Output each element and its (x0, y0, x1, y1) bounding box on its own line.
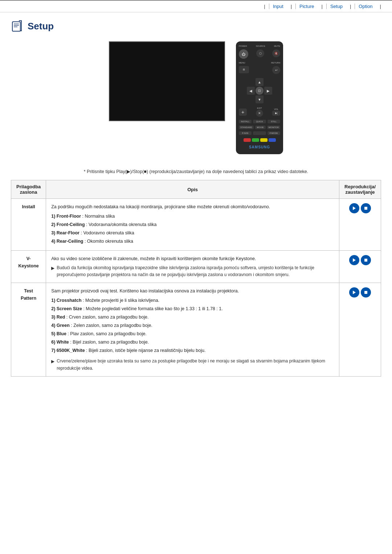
list-item: 5) Blue : Plav zaslon, samo za prilagodb… (51, 330, 334, 337)
svg-marker-4 (353, 206, 356, 210)
list-item: 3) Rear-Floor : Vodoravno okrenuta slika (51, 229, 334, 237)
remote-menu-label: MENU (239, 62, 245, 64)
svg-rect-7 (364, 259, 367, 262)
remote-pmode-btn: P.MODE (268, 131, 280, 135)
list-item: 1) Front-Floor : Normalna slika (51, 213, 334, 220)
remote-func-row3: P.SIZE P.MODE (239, 131, 280, 135)
vkeystone-note-text: Budući da funkcija okomitog ispravljanja… (57, 264, 334, 278)
arrow-icon: ▶ (51, 265, 54, 272)
page-header: Setup (11, 20, 381, 33)
remote-func-row1: INSTALL QUICK STILL (239, 120, 280, 123)
nav-pipe: | (318, 4, 326, 9)
testpattern-desc: Sam projektor proizvodi ovaj test. Koriš… (46, 283, 339, 376)
vkeystone-play (339, 251, 381, 283)
nav-input[interactable]: Input (269, 4, 287, 9)
remote-exit-label: EXIT (257, 107, 262, 109)
remote-power-label: POWER (239, 45, 247, 47)
arrow-icon: ▶ (51, 358, 54, 365)
stop-icon (361, 255, 371, 265)
svg-marker-8 (353, 291, 356, 294)
nav-pipe: | (260, 4, 269, 9)
remote-samsung-logo: SAMSUNG (249, 145, 270, 149)
list-item: 4) Green : Zelen zaslon, samo za prilago… (51, 322, 334, 329)
remote-up-btn: ▲ (256, 78, 264, 86)
remote-monitor-btn: MONITOR (267, 126, 280, 129)
remote-movie-btn: MOVIE (255, 126, 266, 129)
play-icon (349, 255, 359, 265)
remote-blank-btn (253, 131, 266, 135)
nav-setup[interactable]: Setup (326, 4, 346, 9)
remote-psize-btn: P.SIZE (239, 131, 252, 135)
install-intro: Za podršku mogućih nedostataka na lokaci… (51, 203, 334, 210)
header-label: Prilagodba zaslona (11, 180, 46, 199)
remote-power-btn: ⏻ (239, 49, 248, 59)
header-desc: Opis (46, 180, 339, 199)
install-desc: Za podršku mogućih nedostataka na lokaci… (46, 199, 339, 251)
nav-picture[interactable]: Picture (295, 4, 318, 9)
svg-rect-5 (364, 207, 367, 210)
testpattern-label: Test Pattern (11, 283, 46, 376)
testpattern-play (339, 283, 381, 376)
remote-exit-btn: ✕ (256, 110, 263, 117)
install-play (339, 199, 381, 251)
remote-quick-btn: QUICK (253, 120, 266, 123)
top-navigation: | Input | Picture | Setup | Option | (0, 0, 392, 12)
list-item: 1) Crosshatch : Možete provjeriti je li … (51, 297, 334, 304)
table-header-row: Prilagodba zaslona Opis Reprodukcija/ za… (11, 180, 381, 199)
list-item: 7) 6500K_White : Bijeli zaslon, ističe b… (51, 347, 334, 354)
list-item: 4) Rear-Ceiling : Okomito okrenuta slika (51, 238, 334, 245)
remote-control-image: POWER SOURCE MUTE ⏻ ⬡ 🔇 MENU RETURN ⊞ ↩ (236, 41, 283, 154)
remote-left-btn: ◀ (247, 87, 255, 95)
remote-color-row (239, 138, 280, 142)
remote-red-btn (244, 138, 251, 142)
stop-icon (361, 287, 371, 297)
table-row-vkeystone: V-Keystone Ako su video scene izobličene… (11, 251, 381, 283)
remote-right-btn: ▶ (264, 87, 272, 95)
nav-pipe: | (287, 4, 295, 9)
vkeystone-note: ▶ Budući da funkcija okomitog ispravljan… (51, 264, 334, 278)
list-item: 2) Front-Ceiling : Vodoravna/okomita okr… (51, 221, 334, 228)
remote-func-row2: STANDARD MOVIE MONITOR (239, 126, 280, 129)
remote-still-btn: STILL (268, 120, 280, 123)
list-item: 3) Red : Crven zaslon, samo za prilagodb… (51, 313, 334, 321)
remote-ok-btn: ⊡ (256, 87, 264, 95)
remote-plus-btn: + (239, 108, 247, 116)
remote-source-label: SOURCE (256, 45, 265, 47)
play-stop-icons (344, 255, 376, 265)
remote-return-label: RETURN (271, 62, 280, 64)
product-image-area: POWER SOURCE MUTE ⏻ ⬡ 🔇 MENU RETURN ⊞ ↩ (11, 41, 381, 154)
play-stop-icons (344, 203, 376, 213)
testpattern-sub-list: 1) Crosshatch : Možete provjeriti je li … (51, 297, 334, 354)
remote-dpad: ▲ ◀ ⊡ ▶ ▼ (247, 78, 272, 103)
remote-mute-btn: 🔇 (272, 49, 280, 57)
header-play: Reprodukcija/ zaustavljanje (339, 180, 381, 199)
play-icon (349, 203, 359, 213)
remote-standard-btn: STANDARD (239, 126, 254, 129)
svg-rect-9 (364, 291, 367, 294)
testpattern-note: ▶ Crvene/zelene/plave boje uzoraka testa… (51, 358, 334, 372)
remote-down-btn: ▼ (256, 95, 264, 103)
instruction-text: * Pritisnite tipku Play(▶)/Stop(■) (repr… (11, 169, 381, 174)
vkeystone-intro: Ako su video scene izobličene ili zakren… (51, 255, 334, 262)
install-label: Install (11, 199, 46, 251)
remote-green-btn (252, 138, 259, 142)
remote-mute-label: MUTE (274, 45, 280, 47)
table-row-install: Install Za podršku mogućih nedostataka n… (11, 199, 381, 251)
list-item: 6) White : Bijel zaslon, samo za prilago… (51, 338, 334, 346)
setup-icon (11, 20, 24, 33)
list-item: 2) Screen Size : Možete pogledati veliči… (51, 305, 334, 312)
projector-screen-image (109, 41, 225, 121)
nav-pipe: | (346, 4, 355, 9)
nav-option[interactable]: Option (355, 4, 376, 9)
table-row-testpattern: Test Pattern Sam projektor proizvodi ova… (11, 283, 381, 376)
page-content: Setup POWER SOURCE MUTE ⏻ ⬡ 🔇 MENU RETUR… (0, 12, 392, 391)
setup-table: Prilagodba zaslona Opis Reprodukcija/ za… (11, 180, 381, 377)
install-sub-list: 1) Front-Floor : Normalna slika 2) Front… (51, 213, 334, 245)
nav-pipe: | (376, 4, 385, 9)
remote-blue-btn (269, 138, 276, 142)
stop-icon (361, 203, 371, 213)
vkeystone-desc: Ako su video scene izobličene ili zakren… (46, 251, 339, 283)
svg-rect-0 (12, 22, 20, 31)
remote-vol-label: VOL (274, 108, 278, 110)
remote-yellow-btn (260, 138, 268, 142)
